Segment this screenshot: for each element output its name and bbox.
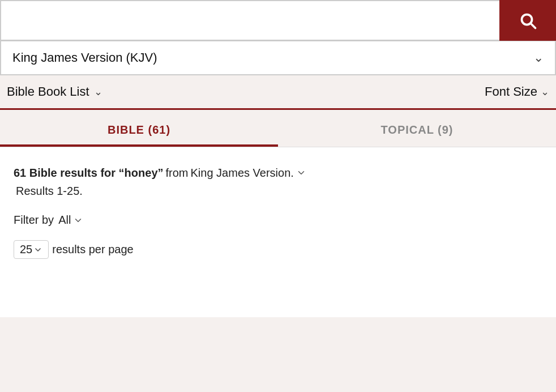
results-version-inline: King James Version. bbox=[191, 164, 306, 181]
filter-value: All bbox=[58, 214, 71, 227]
results-area: 61 Bible results for “honey” from King J… bbox=[0, 147, 556, 317]
tab-topical-label: TOPICAL (9) bbox=[380, 123, 453, 136]
tab-bible-label: BIBLE (61) bbox=[108, 123, 170, 136]
tab-topical[interactable]: TOPICAL (9) bbox=[278, 110, 556, 147]
results-summary: 61 Bible results for “honey” from King J… bbox=[14, 164, 542, 181]
results-range: Results 1-25. bbox=[14, 185, 542, 198]
filter-dropdown[interactable]: All bbox=[58, 214, 83, 227]
font-size-chevron-icon: ⌄ bbox=[541, 86, 549, 98]
bible-book-list-button[interactable]: Bible Book List ⌄ bbox=[7, 84, 102, 99]
tabs-container: BIBLE (61) TOPICAL (9) bbox=[0, 110, 556, 147]
search-bar: honey bbox=[0, 0, 556, 41]
results-bold-text: 61 Bible results for “honey” bbox=[14, 164, 164, 181]
filter-row: Filter by All bbox=[14, 214, 542, 227]
bible-book-list-label: Bible Book List bbox=[7, 84, 89, 99]
version-label: King James Version (KJV) bbox=[12, 50, 533, 65]
filter-label: Filter by bbox=[14, 214, 54, 227]
search-button[interactable] bbox=[499, 0, 556, 41]
version-selector[interactable]: King James Version (KJV) ⌄ bbox=[0, 41, 556, 75]
filter-chevron-icon bbox=[73, 215, 83, 225]
results-version-name: King James Version. bbox=[191, 164, 294, 181]
version-dropdown-icon[interactable] bbox=[296, 168, 306, 178]
font-size-button[interactable]: Font Size ⌄ bbox=[485, 84, 549, 99]
bible-book-list-chevron-icon: ⌄ bbox=[94, 86, 102, 98]
per-page-label: results per page bbox=[52, 243, 133, 256]
per-page-chevron-icon bbox=[33, 245, 42, 254]
small-chevron-icon bbox=[296, 168, 306, 178]
font-size-label: Font Size bbox=[485, 84, 537, 99]
results-per-page-row: 25 results per page bbox=[14, 240, 542, 259]
per-page-value: 25 bbox=[20, 243, 32, 256]
search-icon bbox=[517, 10, 538, 31]
results-from-text: from bbox=[166, 164, 189, 181]
book-list-bar: Bible Book List ⌄ Font Size ⌄ bbox=[0, 75, 556, 110]
search-input[interactable]: honey bbox=[0, 0, 499, 41]
tab-bible[interactable]: BIBLE (61) bbox=[0, 110, 278, 147]
per-page-dropdown[interactable]: 25 bbox=[14, 240, 49, 259]
chevron-down-icon: ⌄ bbox=[533, 50, 544, 65]
